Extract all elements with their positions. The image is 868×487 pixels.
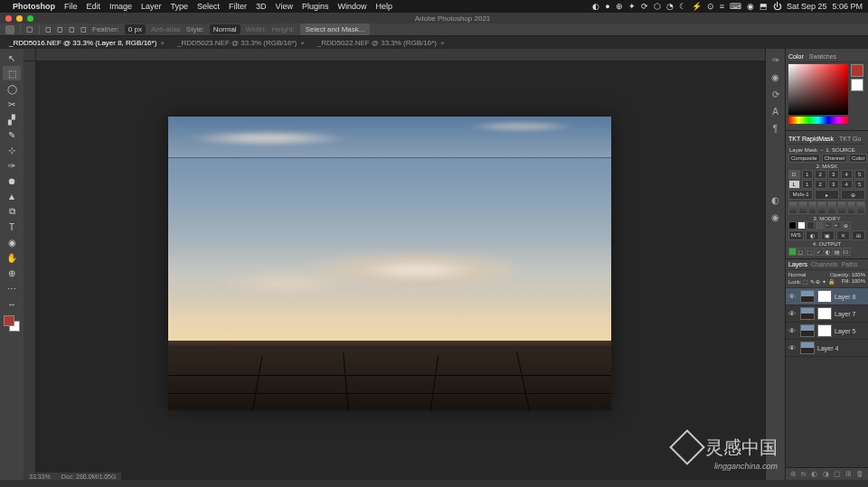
visibility-icon[interactable]: 👁 — [788, 327, 797, 335]
document-canvas[interactable] — [168, 117, 611, 410]
plugin-btn[interactable]: 3 — [828, 180, 840, 189]
trash-icon[interactable]: 🗑 — [856, 470, 863, 478]
layer-item[interactable]: 👁Layer 8 — [786, 288, 868, 305]
layer-thumb[interactable] — [800, 342, 815, 354]
menu-plugins[interactable]: Plugins — [302, 2, 329, 11]
menu-file[interactable]: File — [64, 2, 78, 11]
frame-tool[interactable]: ▞ — [3, 112, 21, 126]
color-swatch[interactable] — [4, 315, 20, 332]
close-icon[interactable]: × — [160, 39, 165, 47]
plugin-btn[interactable]: D — [788, 170, 800, 179]
layer-mask[interactable] — [817, 307, 832, 320]
plugin-btn[interactable]: 4 — [841, 170, 853, 179]
tab-color[interactable]: Color — [788, 53, 804, 60]
char-icon[interactable]: A — [769, 104, 783, 118]
panel-icon[interactable]: ◐ — [769, 192, 783, 207]
menubar-date[interactable]: Sat Sep 25 — [787, 2, 827, 11]
status-icon[interactable]: ◔ — [666, 2, 674, 11]
plugin-btn[interactable]: ⊞ — [852, 230, 865, 240]
status-icon[interactable]: ⏻ — [773, 2, 781, 11]
newlayer-icon[interactable]: ⊞ — [845, 470, 852, 478]
fill-input[interactable]: 100% — [852, 278, 865, 284]
minimize-button[interactable] — [16, 15, 23, 22]
plugin-btn[interactable]: 5 — [854, 170, 866, 179]
marquee-add-icon[interactable]: ◻ — [57, 25, 63, 33]
tab-layers[interactable]: Layers — [788, 261, 807, 267]
eyedropper-tool[interactable]: ✎ — [3, 127, 21, 142]
menu-3d[interactable]: 3D — [256, 2, 267, 11]
status-icon[interactable]: ☾ — [679, 2, 686, 11]
plugin-sw[interactable] — [788, 221, 797, 229]
marquee-sub-icon[interactable]: ◻ — [69, 25, 75, 33]
hand-tool[interactable]: ✋ — [3, 250, 21, 265]
maximize-button[interactable] — [27, 15, 33, 22]
plugin-btn[interactable]: 2 — [815, 170, 826, 179]
plugin-btn[interactable]: Composite — [788, 154, 820, 163]
bg-color[interactable] — [851, 79, 863, 91]
tab-tkgo[interactable]: TKT Go — [839, 136, 861, 142]
move-tool[interactable]: ↖ — [3, 51, 21, 65]
status-icon[interactable]: ⊙ — [707, 2, 714, 11]
select-mask-button[interactable]: Select and Mask... — [300, 23, 371, 35]
plugin-sw[interactable] — [807, 221, 815, 229]
panel-icon[interactable]: ◉ — [769, 210, 783, 224]
plugin-sw[interactable]: ⊕ — [843, 221, 851, 229]
hue-slider[interactable] — [788, 117, 848, 124]
ruler-horizontal[interactable] — [36, 49, 765, 61]
layer-name[interactable]: Layer 4 — [817, 345, 838, 351]
menu-filter[interactable]: Filter — [229, 2, 247, 11]
plugin-sw[interactable]: ✓ — [816, 248, 824, 256]
layer-item[interactable]: 👁Layer 7 — [786, 305, 868, 323]
status-icon[interactable]: ⚡ — [692, 2, 702, 11]
more-tool[interactable]: ⋯ — [3, 281, 21, 295]
heal-tool[interactable]: ⊹ — [3, 143, 21, 157]
menu-edit[interactable]: Edit — [87, 2, 101, 11]
layer-thumb[interactable] — [800, 307, 815, 320]
history-icon[interactable]: ⟳ — [769, 87, 783, 101]
tab-doc3[interactable]: _RDD5022.NEF @ 33.3% (RGB/16*)× — [312, 37, 450, 49]
plugin-btn[interactable]: Channel — [822, 154, 847, 163]
plugin-sw[interactable]: − — [825, 221, 833, 229]
stamp-tool[interactable]: ⏺ — [3, 173, 21, 188]
layer-item[interactable]: 👁Layer 5 — [786, 323, 868, 340]
plugin-sw[interactable] — [797, 221, 806, 229]
visibility-icon[interactable]: 👁 — [788, 310, 797, 318]
layer-mask[interactable] — [817, 324, 832, 337]
adjust-icon[interactable]: ◑ — [823, 470, 829, 478]
plugin-btn[interactable]: ▣ — [821, 230, 835, 240]
status-icon[interactable]: ◉ — [747, 2, 754, 11]
zoom-tool[interactable]: ⊕ — [3, 266, 21, 280]
close-icon[interactable]: × — [300, 39, 305, 47]
marquee-tool[interactable]: ⬚ — [3, 66, 21, 80]
addmask-icon[interactable]: ◐ — [811, 470, 817, 478]
status-icon[interactable]: ⌨ — [730, 2, 741, 11]
pen-tool[interactable]: ◉ — [3, 235, 21, 249]
plugin-btn[interactable]: L — [788, 180, 800, 189]
plugin-btn[interactable]: 3 — [828, 170, 840, 179]
status-icon[interactable]: ✦ — [628, 2, 636, 11]
status-icon[interactable]: ⊕ — [616, 2, 623, 11]
menu-select[interactable]: Select — [197, 2, 220, 11]
visibility-icon[interactable]: 👁 — [788, 344, 797, 352]
menubar-time[interactable]: 5:06 PM — [832, 2, 863, 11]
plugin-btn[interactable]: ✕ — [836, 230, 850, 240]
link-icon[interactable]: ⊕ — [790, 470, 797, 478]
plugin-btn[interactable]: 1 — [802, 170, 814, 179]
menu-view[interactable]: View — [276, 2, 293, 11]
blend-mode-select[interactable]: Normal — [788, 272, 806, 277]
dodge-tool[interactable]: ⧉ — [3, 204, 21, 219]
fx-icon[interactable]: fx — [801, 470, 807, 478]
close-button[interactable] — [5, 15, 12, 22]
para-icon[interactable]: ¶ — [769, 121, 783, 136]
plugin-btn[interactable]: ▸ — [815, 190, 839, 200]
status-icon[interactable]: ⟳ — [641, 2, 648, 11]
menu-image[interactable]: Image — [109, 2, 132, 11]
plugin-slider[interactable] — [808, 201, 817, 214]
edit-toolbar[interactable]: ↔ — [3, 296, 21, 311]
layer-name[interactable]: Layer 5 — [835, 328, 855, 334]
menu-type[interactable]: Type — [171, 2, 189, 11]
plugin-btn[interactable]: 5 — [854, 180, 866, 189]
home-icon[interactable] — [5, 25, 14, 34]
plugin-btn[interactable]: 4 — [841, 180, 853, 189]
plugin-sw[interactable]: ⬚ — [807, 248, 815, 256]
